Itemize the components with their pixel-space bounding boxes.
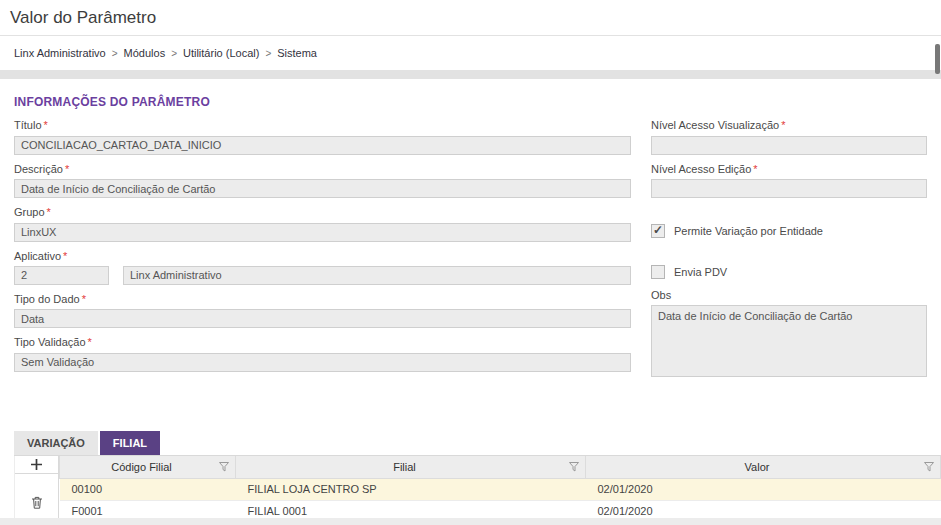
column-header-codigo-filial[interactable]: Código Filial (60, 456, 236, 478)
bottom-band (0, 518, 941, 525)
required-asterisk: * (88, 336, 92, 348)
grupo-input[interactable] (14, 223, 631, 242)
required-asterisk: * (82, 293, 86, 305)
plus-icon (30, 458, 43, 471)
column-header-filial[interactable]: Filial (236, 456, 586, 478)
breadcrumb-item-linx-administrativo[interactable]: Linx Administrativo (14, 47, 106, 59)
delete-row-button[interactable] (15, 494, 58, 512)
column-header-valor[interactable]: Valor (586, 456, 941, 478)
tipo-dado-input[interactable] (14, 309, 631, 328)
field-aplicativo: Aplicativo* (14, 250, 631, 285)
tipo-dado-label: Tipo do Dado* (14, 293, 631, 305)
field-titulo: Título* (14, 119, 631, 155)
envia-pdv-row: Envia PDV (651, 265, 927, 279)
aplicativo-name-input[interactable] (123, 266, 631, 285)
breadcrumb-separator: > (171, 48, 177, 59)
field-tipo-validacao: Tipo Validação* (14, 336, 631, 372)
funnel-filter-icon[interactable] (924, 462, 934, 474)
add-row-button[interactable] (15, 456, 58, 474)
envia-pdv-checkbox[interactable] (651, 265, 665, 279)
tab-variacao[interactable]: VARIAÇÃO (14, 431, 98, 455)
filial-table: Código Filial Filial Valor 00100FILIAL L… (59, 456, 941, 523)
required-asterisk: * (47, 206, 51, 218)
titulo-input[interactable] (14, 136, 631, 155)
filial-grid: ⚙⚙ Código Filial Filial Valor 00100FILIA… (14, 455, 941, 525)
nivel-edicao-input[interactable] (651, 179, 927, 198)
required-asterisk: * (781, 119, 785, 131)
descricao-input[interactable] (14, 179, 631, 198)
scrollbar-thumb[interactable] (935, 44, 940, 74)
field-tipo-dado: Tipo do Dado* (14, 293, 631, 329)
grid-toolbar: ⚙⚙ (14, 456, 59, 525)
permite-variacao-checkbox[interactable] (651, 224, 665, 238)
nivel-visualizacao-label: Nível Acesso Visualização* (651, 119, 927, 131)
table-cell: 00100 (60, 478, 236, 500)
permite-variacao-label: Permite Variação por Entidade (674, 225, 823, 237)
table-row[interactable]: 00100FILIAL LOJA CENTRO SP02/01/2020 (60, 478, 941, 500)
trash-icon (31, 496, 43, 509)
required-asterisk: * (44, 119, 48, 131)
header-divider-band (0, 70, 941, 79)
table-cell: FILIAL LOJA CENTRO SP (236, 478, 586, 500)
parameter-form: INFORMAÇÕES DO PARÂMETRO Título* Descriç… (0, 79, 941, 381)
obs-label: Obs (651, 289, 927, 301)
tab-filial[interactable]: FILIAL (100, 431, 160, 455)
required-asterisk: * (753, 163, 757, 175)
breadcrumb-separator: > (265, 48, 271, 59)
breadcrumb-item-sistema[interactable]: Sistema (277, 47, 317, 59)
aplicativo-label: Aplicativo* (14, 250, 631, 262)
field-grupo: Grupo* (14, 206, 631, 242)
nivel-edicao-label: Nível Acesso Edição* (651, 163, 927, 175)
titulo-label: Título* (14, 119, 631, 131)
form-right-column: Nível Acesso Visualização* Nível Acesso … (651, 111, 927, 381)
field-nivel-edicao: Nível Acesso Edição* (651, 163, 927, 199)
tipo-validacao-label: Tipo Validação* (14, 336, 631, 348)
breadcrumb: Linx Administrativo > Módulos > Utilitár… (0, 36, 941, 70)
tab-bar: VARIAÇÃO FILIAL (14, 431, 941, 455)
section-title: INFORMAÇÕES DO PARÂMETRO (14, 95, 927, 109)
funnel-filter-icon[interactable] (219, 462, 229, 474)
nivel-visualizacao-input[interactable] (651, 136, 927, 155)
form-left-column: Título* Descrição* Grupo* Aplicativo* (14, 111, 631, 381)
envia-pdv-label: Envia PDV (674, 266, 727, 278)
required-asterisk: * (65, 163, 69, 175)
breadcrumb-separator: > (112, 48, 118, 59)
parameter-value-page: Valor do Parâmetro Linx Administrativo >… (0, 0, 941, 525)
page-title: Valor do Parâmetro (10, 8, 941, 28)
title-bar: Valor do Parâmetro (0, 0, 941, 36)
field-nivel-visualizacao: Nível Acesso Visualização* (651, 119, 927, 155)
table-body: 00100FILIAL LOJA CENTRO SP02/01/2020F000… (60, 478, 941, 522)
table-cell: 02/01/2020 (586, 478, 941, 500)
field-descricao: Descrição* (14, 163, 631, 199)
tipo-validacao-input[interactable] (14, 353, 631, 372)
permite-variacao-row: Permite Variação por Entidade (651, 224, 927, 238)
funnel-filter-icon[interactable] (569, 462, 579, 474)
field-obs: Obs Data de Início de Conciliação de Car… (651, 289, 927, 381)
descricao-label: Descrição* (14, 163, 631, 175)
grupo-label: Grupo* (14, 206, 631, 218)
required-asterisk: * (63, 250, 67, 262)
table-header-row: Código Filial Filial Valor (60, 456, 941, 478)
aplicativo-code-input[interactable] (14, 266, 109, 285)
breadcrumb-item-utilitario-local[interactable]: Utilitário (Local) (183, 47, 259, 59)
breadcrumb-item-modulos[interactable]: Módulos (124, 47, 166, 59)
obs-textarea[interactable]: Data de Início de Conciliação de Cartão (651, 305, 927, 377)
